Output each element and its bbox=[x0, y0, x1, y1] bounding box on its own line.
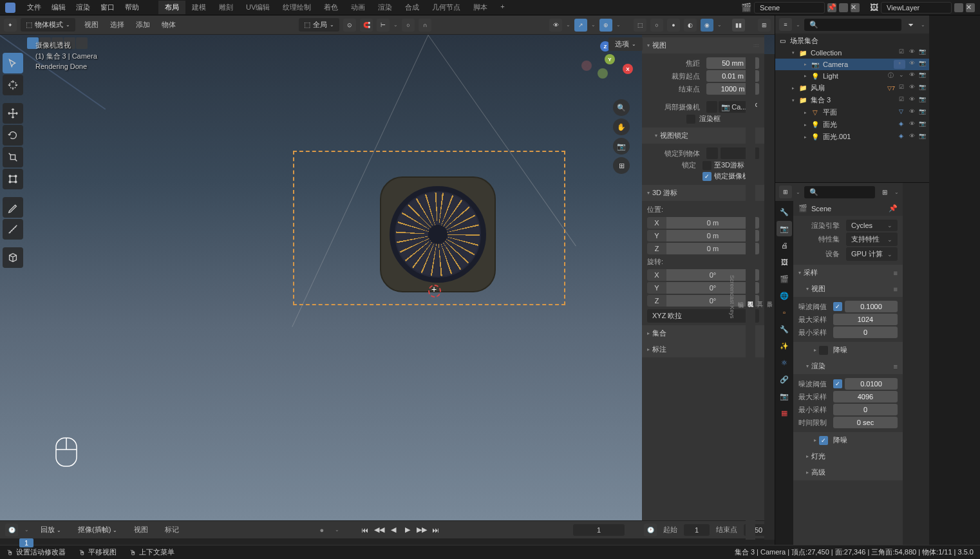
menu-渲染[interactable]: 渲染 bbox=[71, 1, 95, 14]
render-frame-checkbox[interactable] bbox=[686, 115, 695, 124]
render-denoise-checkbox[interactable]: ✓ bbox=[819, 436, 828, 445]
cursor-tool-icon[interactable] bbox=[3, 75, 23, 95]
shading-rendered-icon[interactable]: ◉ bbox=[701, 19, 713, 32]
tree-toggle-icon[interactable]: 📷 bbox=[918, 71, 927, 81]
playback-menu[interactable]: 回放 ⌄ bbox=[35, 523, 66, 536]
n-tab-screencast[interactable]: Screencast Keys bbox=[728, 54, 736, 540]
workspace-tab[interactable]: 几何节点 bbox=[426, 1, 467, 14]
axis-neg-y-icon[interactable] bbox=[598, 68, 608, 79]
tree-item[interactable]: ▾📁集合 3☑👁📷 bbox=[775, 94, 929, 106]
tree-toggle-icon[interactable]: 👁 bbox=[907, 96, 916, 105]
jump-next-key-icon[interactable]: ▶▶ bbox=[415, 524, 428, 536]
jump-start-icon[interactable]: ⏮ bbox=[359, 524, 372, 536]
ptab-tool-icon[interactable]: 🔧 bbox=[777, 204, 792, 220]
panel-menu-icon[interactable]: ≡ bbox=[894, 285, 898, 293]
vp-noise-checkbox[interactable]: ✓ bbox=[833, 302, 842, 311]
tree-item[interactable]: ▸📁风扇▽7☑👁📷 bbox=[775, 82, 929, 94]
lock-obj-picker-icon[interactable] bbox=[706, 147, 718, 159]
render-sampling-header[interactable]: 渲染≡ bbox=[793, 358, 903, 374]
workspace-tab[interactable]: 脚本 bbox=[467, 1, 494, 14]
menu-窗口[interactable]: 窗口 bbox=[95, 1, 120, 14]
snap-type-icon[interactable]: ⊢ bbox=[377, 19, 390, 32]
workspace-tab[interactable]: 纹理绘制 bbox=[276, 1, 317, 14]
options-dropdown[interactable]: 选项⌄ bbox=[608, 37, 643, 51]
playhead[interactable]: 1 bbox=[19, 538, 33, 547]
device-dropdown[interactable]: GPU 计算 bbox=[846, 247, 898, 261]
ptab-data-icon[interactable]: 📷 bbox=[777, 388, 792, 404]
rotate-tool-icon[interactable] bbox=[3, 125, 23, 146]
tree-toggle-icon[interactable]: 👁 bbox=[907, 108, 916, 117]
vp-max-samples-field[interactable]: 1024 bbox=[833, 314, 898, 325]
tree-toggle-icon[interactable]: 👁 bbox=[907, 71, 916, 81]
current-frame-field[interactable]: 1 bbox=[573, 524, 625, 536]
visibility-icon[interactable]: 👁 bbox=[549, 19, 562, 32]
ptab-physics-icon[interactable]: ⚛ bbox=[777, 355, 792, 370]
render-engine-dropdown[interactable]: Cycles bbox=[846, 220, 898, 231]
n-tab-tool[interactable]: 工具 bbox=[755, 54, 765, 540]
zoom-icon[interactable]: 🔍 bbox=[613, 99, 630, 116]
ptab-texture-icon[interactable]: ▦ bbox=[777, 405, 792, 421]
menu-编辑[interactable]: 编辑 bbox=[46, 1, 71, 14]
jump-end-icon[interactable]: ⏭ bbox=[429, 524, 442, 536]
scale-tool-icon[interactable] bbox=[3, 147, 23, 167]
tree-toggle-icon[interactable]: 👁 bbox=[907, 84, 916, 93]
panel-menu-icon[interactable]: ≡ bbox=[894, 269, 898, 277]
axis-neg-icon[interactable] bbox=[581, 61, 592, 71]
vp-min-samples-field[interactable]: 0 bbox=[833, 327, 898, 338]
scene-breadcrumb[interactable]: Scene bbox=[811, 205, 831, 213]
perspective-icon[interactable]: ⊞ bbox=[613, 157, 630, 174]
camera-view-icon[interactable]: 📷 bbox=[613, 138, 630, 155]
jump-prev-key-icon[interactable]: ◀◀ bbox=[373, 524, 386, 536]
tree-toggle-icon[interactable]: 👁 bbox=[907, 60, 916, 69]
tree-toggle-icon[interactable]: 👁 bbox=[907, 48, 916, 57]
snap-toggle-icon[interactable]: 🧲 bbox=[360, 19, 373, 32]
time-limit-field[interactable]: 0 sec bbox=[833, 417, 898, 428]
tree-toggle-icon[interactable]: 📷 bbox=[918, 96, 927, 105]
ptab-constraint-icon[interactable]: 🔗 bbox=[777, 372, 792, 387]
render-min-samples-field[interactable]: 0 bbox=[833, 404, 898, 415]
play-icon[interactable]: ▶ bbox=[401, 524, 414, 536]
tree-toggle-icon[interactable]: ☑ bbox=[897, 84, 906, 93]
feature-set-dropdown[interactable]: 支持特性 bbox=[846, 232, 898, 246]
tree-item[interactable]: ▸💡面光◈👁📷 bbox=[775, 118, 929, 131]
workspace-tab[interactable]: 合成 bbox=[399, 1, 426, 14]
panel-menu-icon[interactable]: ≡ bbox=[894, 363, 898, 370]
mode-selector[interactable]: ⬚ 物体模式 ⌄ bbox=[21, 18, 75, 32]
axis-y-icon[interactable]: Y bbox=[605, 54, 615, 64]
transform-orientation[interactable]: ⬚全局⌄ bbox=[299, 18, 339, 32]
tree-toggle-icon[interactable]: 📷 bbox=[918, 84, 927, 93]
shading-wireframe-icon[interactable]: ○ bbox=[650, 19, 663, 32]
pivot-icon[interactable]: ⊙ bbox=[343, 19, 356, 32]
ptab-object-icon[interactable]: ▫ bbox=[777, 305, 792, 320]
tree-toggle-icon[interactable]: 👁 bbox=[907, 120, 916, 129]
tree-toggle-icon[interactable]: ⌄ bbox=[897, 71, 906, 81]
vp-menu-物体[interactable]: 物体 bbox=[156, 18, 181, 32]
props-options-icon[interactable]: ⊞ bbox=[879, 186, 890, 198]
ptab-output-icon[interactable]: 🖨 bbox=[777, 238, 792, 253]
select-tool-icon[interactable] bbox=[3, 53, 23, 73]
n-tab-edit[interactable]: 编辑 bbox=[736, 54, 746, 540]
render-noise-checkbox[interactable]: ✓ bbox=[833, 379, 842, 388]
tree-toggle-icon[interactable]: ☑ bbox=[897, 48, 906, 57]
ptab-particle-icon[interactable]: ✨ bbox=[777, 338, 792, 354]
new-scene-icon[interactable] bbox=[839, 3, 848, 12]
add-tool-icon[interactable] bbox=[3, 247, 23, 268]
move-tool-icon[interactable] bbox=[3, 103, 23, 124]
vp-menu-视图[interactable]: 视图 bbox=[79, 18, 104, 32]
transform-tool-icon[interactable] bbox=[3, 169, 23, 189]
new-viewlayer-icon[interactable] bbox=[954, 3, 963, 12]
vp-menu-选择[interactable]: 选择 bbox=[105, 18, 129, 32]
del-scene-icon[interactable]: ✕ bbox=[851, 3, 860, 12]
tree-toggle-icon[interactable]: 📷 bbox=[918, 120, 927, 129]
shading-solid-icon[interactable]: ● bbox=[667, 19, 680, 32]
lock-cursor-checkbox[interactable] bbox=[702, 161, 711, 170]
vp-denoise-header[interactable]: 降噪 bbox=[793, 342, 903, 358]
axis-x-icon[interactable]: X bbox=[623, 64, 633, 74]
workspace-tab[interactable]: 着色 bbox=[317, 1, 344, 14]
viewport-3d[interactable]: 摄像机透视 (1) 集合 3 | Camera Rendering Done X bbox=[0, 35, 775, 520]
render-denoise-header[interactable]: ✓降噪 bbox=[793, 432, 903, 448]
blender-logo-icon[interactable] bbox=[5, 3, 15, 13]
timeline-view-menu[interactable]: 视图 bbox=[129, 523, 153, 536]
local-cam-picker-icon[interactable] bbox=[706, 101, 717, 113]
render-noise-field[interactable]: 0.0100 bbox=[845, 378, 898, 390]
